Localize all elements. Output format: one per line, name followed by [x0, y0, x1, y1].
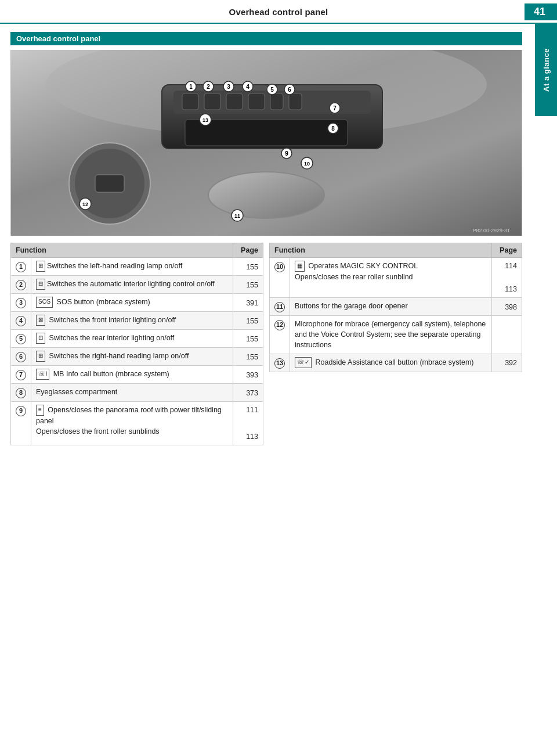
- svg-text:7: 7: [333, 105, 337, 111]
- svg-text:3: 3: [227, 84, 230, 90]
- right-table-function-header: Function: [270, 243, 492, 258]
- svg-text:12: 12: [82, 201, 88, 207]
- row-function: Buttons for the garage door opener: [290, 298, 492, 316]
- row-number: 7: [11, 365, 31, 383]
- svg-text:4: 4: [246, 84, 249, 90]
- panorama-icon: ≡: [36, 405, 44, 416]
- svg-point-11: [208, 172, 324, 218]
- svg-rect-6: [226, 93, 243, 110]
- circle-10: 10: [274, 262, 285, 272]
- section-heading: Overhead control panel: [10, 32, 522, 45]
- right-lamp-icon: ⊞: [36, 351, 45, 362]
- row-number: 1: [11, 258, 31, 276]
- right-table-page-header: Page: [492, 243, 522, 258]
- row-number: 12: [270, 316, 290, 354]
- row-page: 155: [233, 258, 263, 276]
- table-row: 8 Eyeglasses compartment 373: [11, 383, 263, 401]
- side-tab: At a glance: [535, 23, 557, 116]
- row-page: 391: [233, 293, 263, 311]
- table-row: 2 ⊟Switches the automatic interior light…: [11, 275, 263, 293]
- svg-text:13: 13: [202, 117, 208, 123]
- circle-1: 1: [16, 262, 26, 272]
- svg-text:11: 11: [234, 213, 240, 219]
- row-page: 392: [492, 354, 522, 372]
- row-page: 155: [233, 275, 263, 293]
- table-row: 6 ⊞ Switches the right-hand reading lamp…: [11, 347, 263, 365]
- svg-rect-7: [248, 93, 265, 110]
- row-number: 13: [270, 354, 290, 372]
- left-table: Function Page 1 ⊞Switches the left-hand …: [10, 243, 263, 445]
- left-table-function-header: Function: [11, 243, 233, 258]
- table-row: 5 ⊡ Switches the rear interior lighting …: [11, 329, 263, 347]
- row-number: 11: [270, 298, 290, 316]
- main-content: Overhead control panel: [0, 24, 557, 453]
- circle-7: 7: [16, 370, 26, 380]
- svg-text:8: 8: [331, 125, 335, 132]
- circle-5: 5: [16, 334, 26, 344]
- row-number: 8: [11, 383, 31, 401]
- circle-12: 12: [274, 320, 285, 330]
- row-number: 2: [11, 275, 31, 293]
- svg-rect-9: [289, 93, 302, 110]
- auto-light-icon: ⊟: [36, 279, 45, 290]
- rear-light-icon: ⊡: [36, 333, 45, 344]
- row-function: ⊞ Switches the right-hand reading lamp o…: [31, 347, 233, 365]
- svg-text:10: 10: [304, 161, 310, 167]
- row-page: 111 113: [233, 401, 263, 445]
- circle-2: 2: [16, 280, 26, 290]
- lamp-icon: ⊞: [36, 261, 45, 272]
- header-page: 41: [487, 3, 557, 20]
- header-title: Overhead control panel: [70, 7, 487, 17]
- table-row: 9 ≡ Opens/closes the panorama roof with …: [11, 401, 263, 445]
- row-number: 5: [11, 329, 31, 347]
- svg-text:5: 5: [270, 87, 274, 93]
- svg-text:6: 6: [288, 87, 291, 93]
- row-page: 155: [233, 311, 263, 329]
- right-table: Function Page 10 ▦ Operates MAGIC SKY CO…: [269, 243, 522, 372]
- row-page: 393: [233, 365, 263, 383]
- svg-rect-4: [182, 93, 198, 110]
- row-function: ☏i MB Info call button (mbrace system): [31, 365, 233, 383]
- row-function: ☏✓ Roadside Assistance call button (mbra…: [290, 354, 492, 372]
- top-header: Overhead control panel 41: [0, 0, 557, 24]
- row-function: Microphone for mbrace (emergency call sy…: [290, 316, 492, 354]
- mb-info-icon: ☏i: [36, 369, 49, 380]
- table-row: 4 ⊠ Switches the front interior lighting…: [11, 311, 263, 329]
- svg-text:P82.00-2929-31: P82.00-2929-31: [472, 228, 510, 233]
- row-page: 155: [233, 329, 263, 347]
- page-number: 41: [525, 3, 557, 20]
- circle-6: 6: [16, 352, 26, 362]
- table-row: 13 ☏✓ Roadside Assistance call button (m…: [270, 354, 522, 372]
- row-function: ⊠ Switches the front interior lighting o…: [31, 311, 233, 329]
- circle-9: 9: [16, 406, 26, 416]
- sos-icon: SOS: [36, 297, 53, 308]
- front-light-icon: ⊠: [36, 315, 45, 326]
- svg-rect-5: [204, 93, 220, 110]
- roadside-icon: ☏✓: [295, 357, 312, 368]
- tables-container: Function Page 1 ⊞Switches the left-hand …: [10, 243, 522, 445]
- overhead-panel-image: 1 2 3 4 5 6 7 8 9 10: [10, 50, 522, 236]
- svg-rect-14: [95, 175, 124, 192]
- table-row: 3 SOS SOS button (mbrace system) 391: [11, 293, 263, 311]
- row-function: ⊡ Switches the rear interior lighting on…: [31, 329, 233, 347]
- circle-4: 4: [16, 316, 26, 326]
- row-page: [492, 316, 522, 354]
- row-function: ⊞Switches the left-hand reading lamp on/…: [31, 258, 233, 276]
- row-number: 6: [11, 347, 31, 365]
- svg-rect-8: [270, 93, 283, 110]
- row-number: 9: [11, 401, 31, 445]
- row-page: 114 113: [492, 258, 522, 298]
- magic-sky-icon: ▦: [295, 261, 305, 272]
- table-row: 10 ▦ Operates MAGIC SKY CONTROL Opens/cl…: [270, 258, 522, 298]
- row-function: ▦ Operates MAGIC SKY CONTROL Opens/close…: [290, 258, 492, 298]
- row-number: 3: [11, 293, 31, 311]
- row-page: 398: [492, 298, 522, 316]
- row-page: 373: [233, 383, 263, 401]
- table-row: 12 Microphone for mbrace (emergency call…: [270, 316, 522, 354]
- row-page: 155: [233, 347, 263, 365]
- table-row: 11 Buttons for the garage door opener 39…: [270, 298, 522, 316]
- row-function: ≡ Opens/closes the panorama roof with po…: [31, 401, 233, 445]
- row-function: Eyeglasses compartment: [31, 383, 233, 401]
- left-table-page-header: Page: [233, 243, 263, 258]
- table-row: 1 ⊞Switches the left-hand reading lamp o…: [11, 258, 263, 276]
